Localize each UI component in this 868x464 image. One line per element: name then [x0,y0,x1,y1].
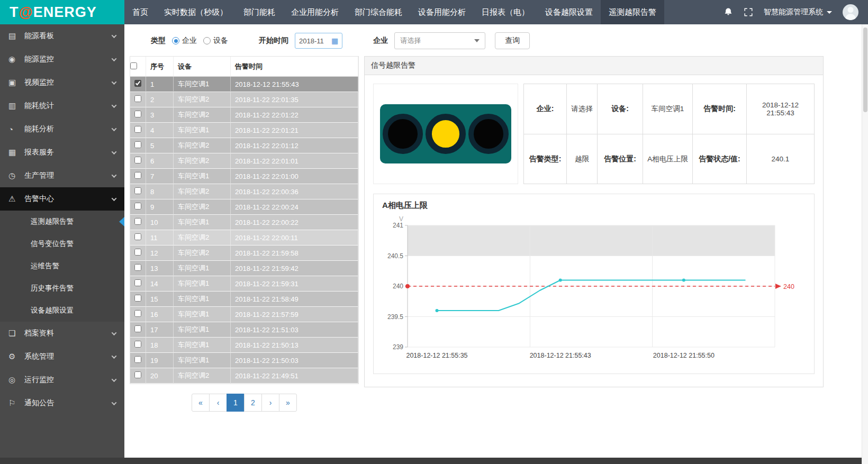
row-checkbox[interactable] [134,141,141,148]
alarm-row[interactable]: 6车间空调22018-11-22 22:01:01 [130,153,358,169]
topnav-item[interactable]: 遥测越限告警 [601,0,664,24]
sidebar-item[interactable]: ◉能源监控 [0,48,124,71]
alarm-row[interactable]: 8车间空调22018-11-22 22:00:36 [130,184,358,199]
sidebar-item-label: 报表服务 [24,148,112,157]
sidebar-item[interactable]: ◎运行监控 [0,368,124,392]
row-checkbox-cell [130,245,146,261]
alarm-row[interactable]: 9车间空调22018-11-22 22:00:24 [130,199,358,215]
sidebar-item-label: 能耗统计 [24,101,112,111]
calendar-icon[interactable]: ▦ [331,37,338,45]
row-checkbox[interactable] [134,203,141,210]
row-checkbox[interactable] [134,80,141,87]
scrollbar-thumb[interactable] [863,28,867,112]
alarm-row[interactable]: 16车间空调12018-11-22 21:57:59 [130,307,358,322]
topnav-item[interactable]: 企业用能分析 [283,0,347,24]
sidebar-item[interactable]: ▣视频监控 [0,71,124,94]
topnav-item[interactable]: 实时数据（秒级） [156,0,236,24]
alarm-row[interactable]: 18车间空调12018-11-22 21:50:13 [130,338,358,353]
row-checkbox[interactable] [134,126,141,133]
row-checkbox[interactable] [134,279,141,286]
start-time-input[interactable] [299,37,329,45]
row-checkbox[interactable] [134,218,141,225]
energy-stats-icon: ▥ [8,101,21,111]
page-button[interactable]: › [261,394,279,412]
topnav-item[interactable]: 部门能耗 [236,0,283,24]
alarm-row[interactable]: 15车间空调12018-11-22 21:58:49 [130,292,358,307]
select-all-checkbox[interactable] [130,62,137,69]
alarm-row[interactable]: 14车间空调12018-11-22 21:59:31 [130,276,358,292]
row-checkbox[interactable] [134,341,141,348]
sidebar-item[interactable]: ⚠告警中心 [0,187,124,211]
row-checkbox[interactable] [134,157,141,163]
company-select[interactable]: 请选择 [394,32,485,49]
alarm-row[interactable]: 17车间空调12018-11-22 21:51:03 [130,322,358,338]
sidebar-subitem[interactable]: 信号变位告警 [0,233,124,255]
alarm-row[interactable]: 11车间空调22018-11-22 22:00:11 [130,230,358,245]
topnav-item[interactable]: 首页 [124,0,156,24]
radio-device-control[interactable] [203,37,211,44]
chevron-down-icon [112,33,117,38]
page-button[interactable]: « [192,394,210,412]
row-checkbox[interactable] [134,264,141,271]
sidebar-item[interactable]: ▤能源看板 [0,24,124,48]
row-checkbox-cell [130,169,146,184]
row-checkbox[interactable] [134,172,141,179]
sidebar-subitem[interactable]: 设备越限设置 [0,299,124,322]
row-checkbox[interactable] [134,233,141,240]
sidebar-item[interactable]: ▥能耗统计 [0,94,124,117]
row-checkbox[interactable] [134,310,141,317]
alarm-row[interactable]: 3车间空调22018-11-22 22:01:22 [130,107,358,123]
cell-alarm-time: 2018-11-22 22:00:24 [231,199,358,215]
cell-device: 车间空调2 [174,368,231,384]
cell-alarm-time: 2018-11-22 21:49:51 [231,368,358,384]
alarm-row[interactable]: 19车间空调12018-11-22 21:50:03 [130,353,358,368]
alarm-row[interactable]: 7车间空调12018-11-22 22:01:00 [130,169,358,184]
alarm-row[interactable]: 1车间空调12018-12-12 21:55:43 [130,77,358,92]
topnav-item[interactable]: 设备用能分析 [410,0,474,24]
alarm-row[interactable]: 2车间空调22018-11-22 22:01:35 [130,92,358,107]
topnav-item[interactable]: 日报表（电） [474,0,537,24]
page-scrollbar[interactable] [862,24,868,464]
topnav-item[interactable]: 设备越限设置 [537,0,601,24]
chevron-down-icon [112,56,117,61]
sidebar-subitem[interactable]: 历史事件告警 [0,277,124,299]
operation-monitor-icon: ◎ [8,375,21,385]
sidebar-item[interactable]: ◔能耗分析 [0,117,124,141]
alarm-row[interactable]: 4车间空调12018-11-22 22:01:21 [130,123,358,138]
alarm-row[interactable]: 5车间空调22018-11-22 22:01:12 [130,138,358,153]
alarm-row[interactable]: 12车间空调22018-11-22 21:59:58 [130,245,358,261]
notification-bell-icon[interactable] [724,7,733,17]
page-button[interactable]: 1 [227,394,245,412]
row-checkbox[interactable] [134,295,141,302]
query-button[interactable]: 查询 [495,32,530,49]
alarm-row[interactable]: 20车间空调22018-11-22 21:49:51 [130,368,358,384]
row-checkbox[interactable] [134,187,141,194]
page-button[interactable]: 2 [244,394,262,412]
cell-index: 15 [146,292,174,307]
sidebar-subitem[interactable]: 遥测越限告警 [0,211,124,233]
page-button[interactable]: » [279,394,297,412]
topnav-item[interactable]: 部门综合能耗 [347,0,410,24]
radio-option-device[interactable]: 设备 [203,36,228,46]
user-avatar[interactable] [843,4,858,20]
radio-company-control[interactable] [172,37,179,44]
sidebar-item[interactable]: ⚐通知公告 [0,392,124,415]
chevron-down-icon [112,172,117,178]
sidebar-item[interactable]: ⚙系统管理 [0,345,124,368]
fullscreen-icon[interactable] [744,7,753,17]
row-checkbox[interactable] [134,325,141,332]
row-checkbox[interactable] [134,249,141,256]
radio-option-company[interactable]: 企业 [172,36,197,46]
row-checkbox[interactable] [134,356,141,363]
alarm-row[interactable]: 13车间空调12018-11-22 21:59:42 [130,261,358,276]
system-name-menu[interactable]: 智慧能源管理系统 [764,7,832,17]
alarm-row[interactable]: 10车间空调12018-11-22 22:00:22 [130,215,358,230]
row-checkbox[interactable] [134,95,141,102]
page-button[interactable]: ‹ [209,394,227,412]
sidebar-item[interactable]: ◷生产管理 [0,164,124,187]
sidebar-item[interactable]: ❏档案资料 [0,322,124,345]
sidebar-subitem[interactable]: 运维告警 [0,255,124,277]
row-checkbox[interactable] [134,111,141,117]
row-checkbox[interactable] [134,371,141,378]
sidebar-item[interactable]: ▦报表服务 [0,141,124,164]
